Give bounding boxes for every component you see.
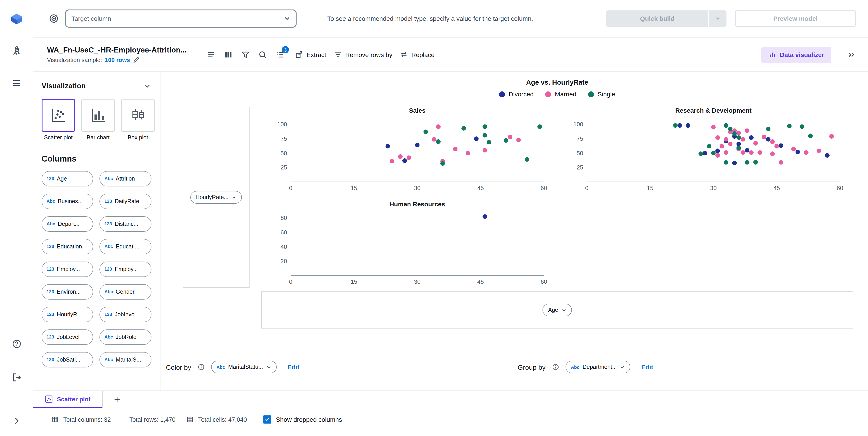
dataset-name: WA_Fn-UseC_-HR-Employee-Attrition... [47,46,196,54]
x-axis-field-dropdown[interactable]: Age [543,303,572,316]
column-pill[interactable]: 123JobSati... [41,352,93,367]
quick-build-dropdown[interactable] [708,10,726,27]
column-type-badge: 123 [104,266,112,271]
svg-text:45: 45 [477,278,484,285]
sheet-tabs-row: Scatter plot [33,390,868,408]
column-pill[interactable]: AbcGender [99,284,151,299]
column-pill[interactable]: 123DailyRate [99,194,151,209]
data-point [487,140,491,144]
column-type-badge: 123 [104,312,112,317]
remove-rows-label: Remove rows by [345,51,393,58]
show-dropped-checkbox[interactable] [263,415,271,424]
sort-steps-button[interactable]: 3 [272,47,287,62]
preview-model-button[interactable]: Preview model [735,10,856,27]
app-logo[interactable] [7,10,26,28]
expand-rail-button[interactable] [7,412,26,430]
divider [120,416,120,423]
target-column-hint: To see a recommended model type, specify… [327,15,533,22]
column-label: Employ... [57,266,80,272]
data-point [796,150,800,154]
ready-models-icon[interactable] [7,41,26,60]
column-pill[interactable]: 123Education [41,239,93,254]
remove-rows-button[interactable]: Remove rows by [333,50,393,59]
group-by-field-dropdown[interactable]: Abc Department... [565,361,630,373]
y-axis-field-label: HourlyRate... [195,194,228,200]
data-point [436,124,440,129]
data-point [724,123,728,128]
data-point [779,143,783,148]
group-by-edit-link[interactable]: Edit [641,364,653,371]
info-icon[interactable] [197,364,205,371]
data-point [800,124,804,129]
chart-type-cards: Scatter plot Bar chart [41,99,151,141]
column-label: Age [57,175,67,182]
data-point [686,123,690,128]
visualization-panel-header[interactable]: Visualization [41,82,151,90]
collapse-toolbar-button[interactable] [847,50,856,59]
column-pill[interactable]: 123Distanc... [99,216,151,231]
column-pill[interactable]: 123Employ... [41,261,93,277]
column-type-badge: 123 [46,289,54,294]
data-visualizer-label: Data visualizer [780,51,824,58]
chevron-down-icon [144,82,151,90]
svg-text:30: 30 [414,185,421,192]
column-label: Environ... [57,289,81,295]
column-pill[interactable]: AbcJobRole [99,329,151,345]
workspace: Visualization Sc [33,72,868,390]
panel-title: Research & Development [587,107,840,114]
search-button[interactable] [255,47,270,62]
row-view-button[interactable] [204,47,219,62]
extract-button[interactable]: Extract [295,50,326,59]
color-by-section: Color by Abc MaritalStatu... [160,349,512,385]
color-by-field-dropdown[interactable]: Abc MaritalStatu... [211,361,277,373]
add-sheet-button[interactable] [114,391,121,408]
data-point [707,144,711,148]
scatter-plot-icon [49,106,67,124]
chart-type-scatter[interactable]: Scatter plot [41,99,75,141]
chart-title: Age vs. HourlyRate [261,78,853,86]
color-by-edit-link[interactable]: Edit [287,364,300,371]
quick-build-button[interactable]: Quick build [606,10,708,27]
column-label: JobInvo... [115,311,139,317]
column-pill[interactable]: 123JobInvo... [99,307,151,322]
help-button[interactable] [7,335,26,353]
tab-scatter-plot[interactable]: Scatter plot [33,391,103,408]
visualization-panel-title: Visualization [41,82,86,90]
edit-pencil-icon[interactable] [133,57,140,63]
x-axis-dropzone[interactable]: Age [261,291,853,328]
y-axis-dropzone[interactable]: HourlyRate... [183,107,250,288]
column-pill[interactable]: 123Environ... [41,284,93,299]
data-visualizer-button[interactable]: Data visualizer [761,47,831,63]
svg-text:50: 50 [281,150,287,156]
column-view-button[interactable] [221,47,236,62]
chart-type-box[interactable]: Box plot [121,99,155,141]
column-label: JobLevel [57,334,79,340]
column-type-badge: 123 [46,312,54,317]
replace-button[interactable]: Replace [400,50,435,59]
info-icon[interactable] [552,364,559,371]
sign-out-button[interactable] [7,368,26,386]
my-models-icon[interactable] [7,74,26,92]
data-point [745,148,749,152]
filter-button[interactable] [238,47,253,62]
svg-text:60: 60 [837,185,843,192]
target-column-select[interactable]: Target column [65,9,297,28]
column-pill[interactable]: AbcAttrition [99,171,151,186]
column-pill[interactable]: AbcBusines... [41,194,93,209]
scatter-svg: 80604020015304560 [270,208,559,287]
column-pill[interactable]: AbcDepart... [41,216,93,231]
sample-rows-link[interactable]: 100 rows [105,57,130,63]
legend-label: Married [555,90,577,98]
column-pill[interactable]: AbcEducati... [99,239,151,254]
data-point [516,138,521,142]
column-pill[interactable]: AbcMaritalS... [99,352,151,367]
column-pill[interactable]: 123HourlyR... [41,307,93,322]
y-axis-field-dropdown[interactable]: HourlyRate... [190,191,242,204]
data-point [715,149,720,153]
column-pill[interactable]: 123JobLevel [41,329,93,345]
legend-item: Divorced [499,90,534,98]
column-pill[interactable]: 123Age [41,171,93,186]
main-content: Target column To see a recommended model… [33,0,868,436]
chart-type-bar[interactable]: Bar chart [81,99,115,141]
column-pill[interactable]: 123Employ... [99,261,151,277]
